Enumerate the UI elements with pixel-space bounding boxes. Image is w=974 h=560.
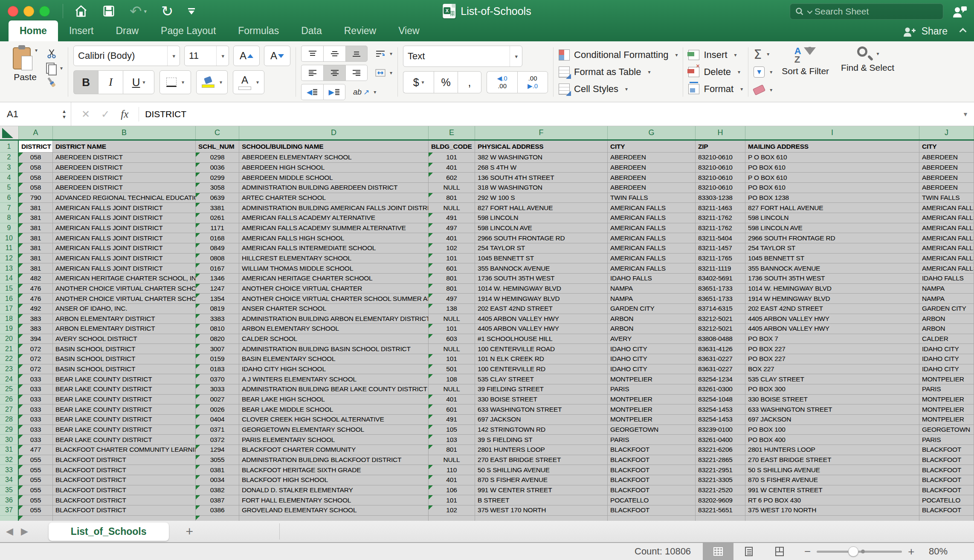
cell[interactable]: 4405 ARBON VALLEY HWY (475, 324, 608, 334)
cell[interactable]: 83211-1457 (696, 243, 745, 254)
cell[interactable]: 39 S FIELDING ST (475, 435, 608, 445)
cell[interactable]: PO BOX 300 (745, 384, 919, 395)
cell[interactable]: BLACKFOOT (919, 465, 974, 475)
cell[interactable]: 0371 (196, 425, 239, 435)
cell[interactable]: 033 (19, 384, 53, 395)
cell[interactable]: AMERICAN FALLS (919, 254, 974, 264)
normal-view-button[interactable] (703, 543, 733, 560)
cell[interactable]: 50 S SHILLING AVENUE (475, 465, 608, 475)
add-sheet-button[interactable]: + (186, 524, 194, 539)
underline-button[interactable]: U▾ (123, 70, 154, 94)
column-header-D[interactable]: D (239, 126, 429, 139)
clear-button[interactable]: ▾ (754, 82, 772, 98)
cell[interactable]: 033 (19, 425, 53, 435)
cell[interactable]: P O BOX 610 (745, 153, 919, 163)
cell[interactable]: 381 (19, 243, 53, 254)
cell[interactable]: 0810 (196, 324, 239, 334)
formula-input[interactable]: DISTRICT (139, 102, 957, 126)
cell[interactable]: 101 N ELK CREEK RD (475, 354, 608, 364)
cell[interactable]: ARBON (608, 314, 696, 324)
cell[interactable]: A J WINTERS ELEMENTARY SCHOOL (239, 374, 429, 384)
cell[interactable]: 355 BANNOCK AVENUE (475, 263, 608, 274)
ribbon-tab-insert[interactable]: Insert (58, 20, 105, 41)
cell[interactable]: 383 (19, 324, 53, 334)
cell[interactable]: 3383 (196, 314, 239, 324)
cell[interactable]: 0034 (196, 475, 239, 485)
cell[interactable]: GARDEN CITY (608, 304, 696, 314)
cell[interactable]: 292 W 100 S (475, 193, 608, 203)
cell[interactable]: NAMPA (608, 294, 696, 304)
cut-button[interactable] (46, 48, 63, 59)
cell[interactable]: 0820 (196, 334, 239, 344)
cell[interactable]: AMERICAN FALLS (919, 213, 974, 223)
cell[interactable]: GEORGETOWN ELEMENTARY SCHOOL (239, 425, 429, 435)
cell[interactable]: 102 (429, 243, 475, 254)
cell[interactable]: B STREET (475, 495, 608, 505)
cell[interactable]: ANOTHER CHOICE VIRTUAL CHARTER SCHOO (53, 284, 196, 294)
cell[interactable]: PARIS (919, 435, 974, 445)
cell[interactable]: ABERDEEN MIDDLE SCHOOL (239, 173, 429, 183)
cell[interactable]: 2966 SOUTH FRONTAGE RD (745, 233, 919, 243)
cell[interactable]: 497 (429, 223, 475, 234)
cell[interactable]: 101 (429, 254, 475, 264)
cell[interactable]: BLACKFOOT DISTRICT (53, 455, 196, 465)
cell[interactable]: 0639 (196, 193, 239, 203)
cell[interactable]: 0404 (196, 415, 239, 425)
cell[interactable]: 633 WASHINGTON STREET (475, 404, 608, 415)
cell[interactable]: IDAHO FALLS (919, 274, 974, 284)
cell[interactable]: AMERICAN FALLS JOINT DISTRICT (53, 223, 196, 234)
cell[interactable]: 492 (19, 304, 53, 314)
row-header-23[interactable]: 23 (0, 364, 19, 375)
cell[interactable]: 83221-2520 (696, 485, 745, 496)
cell[interactable]: ABERDEEN DISTRICT (53, 183, 196, 193)
row-header-14[interactable]: 14 (0, 274, 19, 284)
cell[interactable]: 83221-2951 (696, 465, 745, 475)
row-header-28[interactable]: 28 (0, 415, 19, 425)
cell[interactable]: PO BOX 610 (745, 163, 919, 173)
toolbar-customize-icon[interactable] (188, 8, 195, 14)
paste-button[interactable]: ▾ Paste (10, 46, 40, 87)
cell[interactable]: 0261 (196, 213, 239, 223)
cell[interactable]: 033 (19, 374, 53, 384)
row-header-26[interactable]: 26 (0, 395, 19, 405)
cell[interactable]: 1014 W. HEMINGWAY BLVD (745, 284, 919, 294)
cell[interactable]: FORT HALL ELEMENTARY SCHOOL (239, 495, 429, 505)
row-header-34[interactable]: 34 (0, 475, 19, 485)
cell[interactable]: 381 (19, 203, 53, 213)
cell[interactable]: BASIN SCHOOL DISTRICT (53, 344, 196, 354)
cell[interactable]: IDAHO CITY (919, 364, 974, 375)
close-window-button[interactable] (8, 6, 18, 17)
row-header-17[interactable]: 17 (0, 304, 19, 314)
cell[interactable]: 83261-0400 (696, 435, 745, 445)
column-header-H[interactable]: H (696, 126, 745, 139)
cell[interactable]: AMERICAN FALLS (919, 233, 974, 243)
cell[interactable]: 0381 (196, 465, 239, 475)
cell[interactable]: 601 (429, 263, 475, 274)
cell[interactable]: 0298 (196, 153, 239, 163)
cell[interactable]: ABERDEEN (919, 153, 974, 163)
row-header-35[interactable]: 35 (0, 485, 19, 496)
cell[interactable]: ARBON ELEMENTARY DISTRICT (53, 314, 196, 324)
fill-button[interactable]: ▼▾ (754, 64, 772, 80)
column-header-G[interactable]: G (608, 126, 696, 139)
cell[interactable]: 3007 (196, 344, 239, 354)
cell[interactable]: 382 W WASHINGTON (475, 153, 608, 163)
cell[interactable]: BLACKFOOT (608, 485, 696, 496)
cell[interactable]: AMERICAN FALLS (608, 203, 696, 213)
cell[interactable]: 827 FORT HALL AVENUE (475, 203, 608, 213)
cell[interactable]: P O BOX 610 (745, 173, 919, 183)
zoom-slider[interactable] (817, 551, 902, 553)
cell[interactable]: NULL (429, 183, 475, 193)
row-header-19[interactable]: 19 (0, 324, 19, 334)
currency-format-button[interactable]: $▾ (403, 71, 434, 93)
cell[interactable]: ABERDEEN (608, 153, 696, 163)
cell[interactable]: 401 (429, 233, 475, 243)
cell[interactable]: 801 (429, 274, 475, 284)
row-header-37[interactable]: 37 (0, 505, 19, 516)
row-header-3[interactable]: 3 (0, 163, 19, 173)
cell[interactable]: 598 LINCOLN (475, 213, 608, 223)
cell[interactable]: 254 TAYLOR ST (745, 243, 919, 254)
cell[interactable]: 598 LINCOLN AVE (745, 223, 919, 234)
cell[interactable]: 535 CLAY STREET (475, 374, 608, 384)
cell[interactable]: 381 (19, 263, 53, 274)
